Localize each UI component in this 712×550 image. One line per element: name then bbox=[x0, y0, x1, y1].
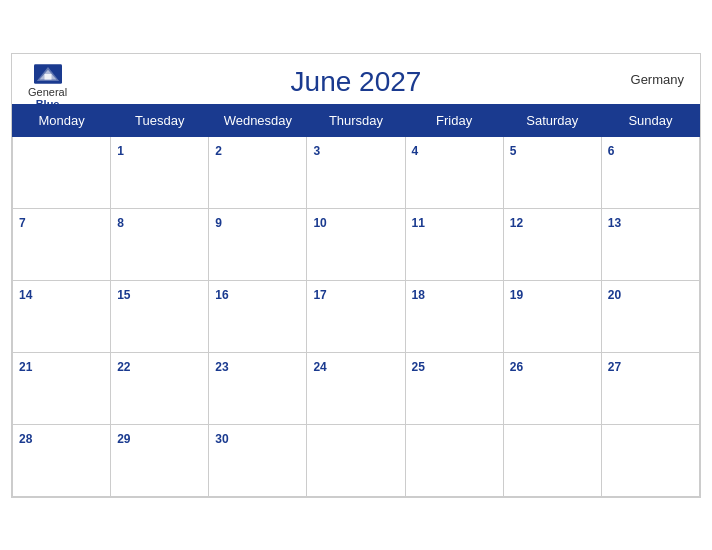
day-number: 28 bbox=[19, 432, 32, 446]
calendar-grid: Monday Tuesday Wednesday Thursday Friday… bbox=[12, 104, 700, 497]
day-number: 3 bbox=[313, 144, 320, 158]
day-number: 26 bbox=[510, 360, 523, 374]
day-number: 25 bbox=[412, 360, 425, 374]
calendar-title: June 2027 bbox=[291, 66, 422, 98]
calendar-day-cell: 22 bbox=[111, 352, 209, 424]
calendar-day-cell: 30 bbox=[209, 424, 307, 496]
day-number: 18 bbox=[412, 288, 425, 302]
day-number: 14 bbox=[19, 288, 32, 302]
day-number: 22 bbox=[117, 360, 130, 374]
calendar-day-cell: 19 bbox=[503, 280, 601, 352]
calendar-week-row: 14151617181920 bbox=[13, 280, 700, 352]
calendar-day-cell: 3 bbox=[307, 136, 405, 208]
day-number: 30 bbox=[215, 432, 228, 446]
day-number: 15 bbox=[117, 288, 130, 302]
calendar-day-cell: 28 bbox=[13, 424, 111, 496]
calendar-day-cell: 4 bbox=[405, 136, 503, 208]
day-number: 23 bbox=[215, 360, 228, 374]
calendar-day-cell: 11 bbox=[405, 208, 503, 280]
calendar-day-cell: 2 bbox=[209, 136, 307, 208]
day-number: 7 bbox=[19, 216, 26, 230]
day-number: 6 bbox=[608, 144, 615, 158]
calendar-day-cell bbox=[405, 424, 503, 496]
calendar-week-row: 123456 bbox=[13, 136, 700, 208]
calendar-day-cell: 27 bbox=[601, 352, 699, 424]
calendar-day-cell: 24 bbox=[307, 352, 405, 424]
svg-rect-3 bbox=[44, 74, 51, 80]
day-number: 17 bbox=[313, 288, 326, 302]
day-number: 24 bbox=[313, 360, 326, 374]
calendar-day-cell: 9 bbox=[209, 208, 307, 280]
calendar-header: General Blue June 2027 Germany bbox=[12, 54, 700, 104]
day-number: 1 bbox=[117, 144, 124, 158]
calendar-day-cell: 14 bbox=[13, 280, 111, 352]
calendar-day-cell: 8 bbox=[111, 208, 209, 280]
calendar-day-cell: 16 bbox=[209, 280, 307, 352]
header-saturday: Saturday bbox=[503, 104, 601, 136]
calendar-day-cell bbox=[13, 136, 111, 208]
calendar-day-cell: 20 bbox=[601, 280, 699, 352]
day-number: 5 bbox=[510, 144, 517, 158]
calendar-day-cell: 7 bbox=[13, 208, 111, 280]
day-number: 16 bbox=[215, 288, 228, 302]
day-number: 29 bbox=[117, 432, 130, 446]
calendar-day-cell: 6 bbox=[601, 136, 699, 208]
calendar-day-cell: 25 bbox=[405, 352, 503, 424]
calendar-day-cell: 18 bbox=[405, 280, 503, 352]
calendar-week-row: 282930 bbox=[13, 424, 700, 496]
day-number: 9 bbox=[215, 216, 222, 230]
logo-blue-text: Blue bbox=[36, 98, 60, 110]
calendar-day-cell: 23 bbox=[209, 352, 307, 424]
calendar-day-cell bbox=[307, 424, 405, 496]
calendar-day-cell bbox=[601, 424, 699, 496]
calendar-day-cell: 17 bbox=[307, 280, 405, 352]
country-label: Germany bbox=[631, 71, 684, 86]
weekday-header-row: Monday Tuesday Wednesday Thursday Friday… bbox=[13, 104, 700, 136]
calendar-day-cell: 10 bbox=[307, 208, 405, 280]
header-wednesday: Wednesday bbox=[209, 104, 307, 136]
calendar-day-cell bbox=[503, 424, 601, 496]
calendar-day-cell: 1 bbox=[111, 136, 209, 208]
header-thursday: Thursday bbox=[307, 104, 405, 136]
header-friday: Friday bbox=[405, 104, 503, 136]
day-number: 11 bbox=[412, 216, 425, 230]
day-number: 10 bbox=[313, 216, 326, 230]
generalblue-logo-icon bbox=[34, 64, 62, 84]
calendar-day-cell: 15 bbox=[111, 280, 209, 352]
header-tuesday: Tuesday bbox=[111, 104, 209, 136]
calendar-day-cell: 5 bbox=[503, 136, 601, 208]
day-number: 4 bbox=[412, 144, 419, 158]
logo-general-text: General bbox=[28, 86, 67, 98]
calendar-week-row: 78910111213 bbox=[13, 208, 700, 280]
calendar-container: General Blue June 2027 Germany Monday Tu… bbox=[11, 53, 701, 498]
calendar-day-cell: 29 bbox=[111, 424, 209, 496]
calendar-day-cell: 13 bbox=[601, 208, 699, 280]
calendar-day-cell: 21 bbox=[13, 352, 111, 424]
calendar-day-cell: 26 bbox=[503, 352, 601, 424]
header-sunday: Sunday bbox=[601, 104, 699, 136]
logo-area: General Blue bbox=[28, 64, 67, 110]
day-number: 20 bbox=[608, 288, 621, 302]
calendar-week-row: 21222324252627 bbox=[13, 352, 700, 424]
day-number: 12 bbox=[510, 216, 523, 230]
day-number: 8 bbox=[117, 216, 124, 230]
day-number: 21 bbox=[19, 360, 32, 374]
calendar-day-cell: 12 bbox=[503, 208, 601, 280]
day-number: 2 bbox=[215, 144, 222, 158]
day-number: 13 bbox=[608, 216, 621, 230]
day-number: 19 bbox=[510, 288, 523, 302]
day-number: 27 bbox=[608, 360, 621, 374]
